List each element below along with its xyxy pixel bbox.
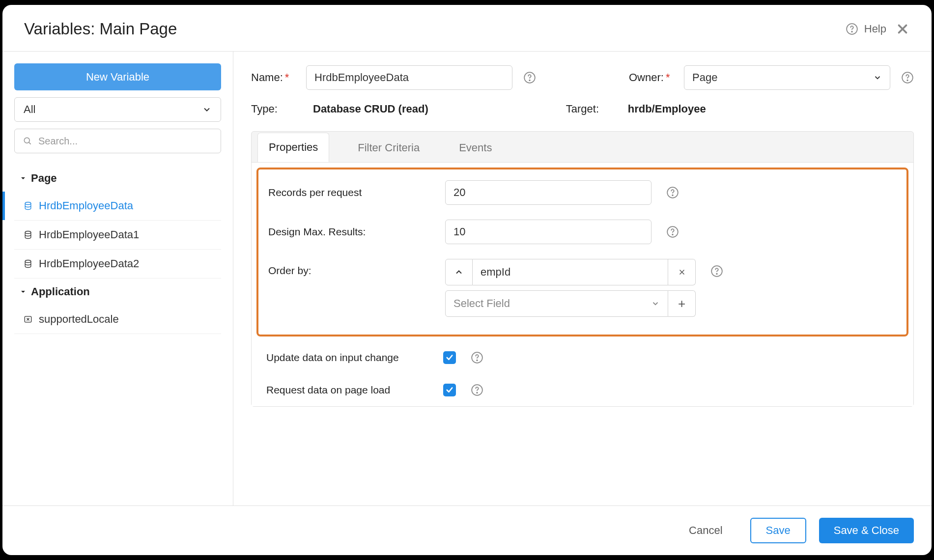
target-value: hrdb/Employee	[628, 103, 706, 115]
owner-select[interactable]: Page	[684, 65, 890, 90]
main-panel: Name:* Owner:* Page	[233, 52, 932, 505]
records-per-request-row: Records per request	[268, 180, 897, 205]
variable-tree: Page HrdbEmployeeData HrdbEmployeeData1	[14, 165, 221, 334]
orderby-add-row: Select Field +	[445, 290, 696, 317]
help-icon[interactable]	[666, 186, 679, 199]
records-input[interactable]	[445, 180, 651, 205]
svg-point-4	[25, 231, 31, 234]
dialog-header: Variables: Main Page Help	[2, 5, 932, 52]
tree-group-label: Application	[31, 285, 90, 298]
tab-events[interactable]: Events	[448, 134, 503, 162]
tree-item-label: HrdbEmployeeData	[39, 199, 133, 212]
help-icon[interactable]	[523, 71, 536, 84]
database-icon	[23, 259, 33, 269]
owner-label: Owner:*	[629, 71, 673, 84]
save-close-button[interactable]: Save & Close	[819, 518, 914, 543]
properties-highlighted: Records per request Design Max. Results:	[256, 168, 908, 336]
new-variable-button[interactable]: New Variable	[14, 63, 221, 90]
help-icon[interactable]	[471, 384, 483, 396]
orderby-controls: empId Select Field	[445, 259, 696, 317]
chevron-down-icon	[873, 73, 882, 82]
svg-point-1	[851, 31, 852, 32]
svg-point-16	[716, 274, 717, 275]
help-icon	[846, 23, 858, 35]
tab-properties[interactable]: Properties	[257, 133, 329, 162]
dialog-body: New Variable All Page	[2, 52, 932, 505]
type-value: Database CRUD (read)	[313, 103, 428, 115]
tab-container: Properties Filter Criteria Events Record…	[251, 131, 914, 407]
type-label: Type:	[251, 103, 295, 115]
dialog-footer: Cancel Save Save & Close	[2, 505, 932, 555]
tree-group-page[interactable]: Page	[14, 165, 221, 192]
tab-filter-criteria[interactable]: Filter Criteria	[347, 134, 430, 162]
type-group: Type: Database CRUD (read)	[251, 103, 428, 115]
svg-point-12	[672, 195, 673, 196]
update-on-change-label: Update data on input change	[266, 352, 428, 364]
name-input[interactable]	[306, 65, 512, 90]
design-max-input[interactable]	[445, 220, 651, 244]
required-mark: *	[285, 71, 289, 84]
tree-item-hrdbemployeedata1[interactable]: HrdbEmployeeData1	[14, 221, 221, 250]
orderby-add-button[interactable]: +	[668, 290, 696, 317]
design-max-row: Design Max. Results:	[268, 220, 897, 244]
tree-item-label: HrdbEmployeeData2	[39, 257, 139, 270]
help-icon[interactable]	[901, 71, 914, 84]
orderby-label: Order by:	[268, 259, 430, 277]
cancel-button[interactable]: Cancel	[674, 518, 737, 543]
help-icon[interactable]	[471, 351, 483, 364]
required-mark: *	[666, 71, 670, 84]
header-actions: Help	[846, 22, 910, 36]
target-label: Target:	[566, 103, 610, 115]
tree-item-hrdbemployeedata[interactable]: HrdbEmployeeData	[14, 192, 221, 221]
tree-item-hrdbemployeedata2[interactable]: HrdbEmployeeData2	[14, 250, 221, 279]
target-group: Target: hrdb/Employee	[566, 103, 706, 115]
orderby-select[interactable]: Select Field	[445, 290, 668, 317]
filter-select[interactable]: All	[14, 97, 221, 122]
orderby-placeholder: Select Field	[453, 297, 510, 310]
request-on-load-label: Request data on page load	[266, 384, 428, 396]
request-on-load-row: Request data on page load	[252, 374, 913, 406]
database-icon	[23, 201, 33, 211]
field-row-1: Name:* Owner:* Page	[251, 65, 914, 90]
svg-point-3	[25, 202, 31, 205]
design-max-label: Design Max. Results:	[268, 226, 430, 238]
close-button[interactable]	[895, 22, 910, 36]
orderby-entry: empId	[445, 259, 696, 285]
caret-down-icon	[19, 288, 27, 296]
save-button[interactable]: Save	[750, 518, 806, 543]
tab-bar: Properties Filter Criteria Events	[252, 132, 913, 162]
update-on-change-row: Update data on input change	[252, 341, 913, 374]
svg-point-20	[477, 392, 478, 393]
search-icon	[23, 136, 32, 146]
update-on-change-checkbox[interactable]	[443, 351, 456, 364]
variables-dialog: Variables: Main Page Help New Variable A…	[2, 5, 932, 555]
search-field[interactable]	[14, 129, 221, 153]
search-input[interactable]	[38, 136, 213, 147]
owner-value: Page	[692, 71, 717, 84]
orderby-field: empId	[473, 259, 668, 285]
chevron-down-icon	[202, 105, 212, 114]
database-icon	[23, 230, 33, 240]
name-label: Name:*	[251, 71, 295, 84]
help-icon[interactable]	[666, 225, 679, 238]
records-label: Records per request	[268, 187, 430, 198]
owner-group: Owner:* Page	[629, 65, 914, 90]
svg-point-2	[24, 138, 29, 143]
chevron-down-icon	[651, 299, 660, 308]
svg-point-8	[529, 80, 530, 81]
request-on-load-checkbox[interactable]	[443, 384, 456, 396]
tree-group-application[interactable]: Application	[14, 279, 221, 305]
dialog-title: Variables: Main Page	[24, 20, 177, 38]
sidebar: New Variable All Page	[2, 52, 233, 505]
tree-item-label: HrdbEmployeeData1	[39, 228, 139, 241]
help-button[interactable]: Help	[846, 23, 886, 35]
filter-value: All	[24, 103, 35, 116]
tree-item-label: supportedLocale	[39, 313, 119, 326]
orderby-row: Order by: empId	[268, 259, 897, 317]
orderby-remove-button[interactable]	[668, 259, 696, 285]
help-icon[interactable]	[710, 265, 723, 278]
help-label: Help	[864, 23, 886, 35]
tree-item-supportedlocale[interactable]: supportedLocale	[14, 305, 221, 334]
name-group: Name:*	[251, 65, 536, 90]
orderby-direction-button[interactable]	[445, 259, 473, 285]
